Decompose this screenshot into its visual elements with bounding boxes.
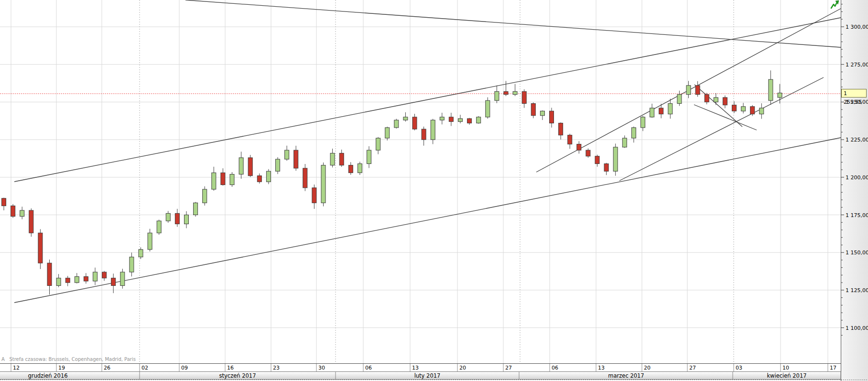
date-tick-label: 27: [689, 365, 696, 371]
month-label: styczeń 2017: [219, 372, 256, 379]
candle-down: [65, 278, 70, 283]
candle-up: [403, 117, 408, 120]
date-tick-label: 20: [644, 365, 651, 371]
candle-down: [294, 150, 298, 168]
date-tick-label: 17: [830, 365, 836, 371]
candle-down: [568, 135, 572, 144]
candle-down: [604, 163, 608, 171]
candle-down: [531, 104, 535, 116]
date-tick-label: 10: [782, 365, 789, 371]
candle-up: [157, 221, 161, 233]
candle-up: [385, 128, 390, 138]
candle-down: [248, 158, 252, 176]
candle-up: [769, 79, 773, 100]
candles-layer: [2, 70, 782, 294]
price-axis-label: 1 225,00: [846, 137, 868, 143]
candle-down: [38, 233, 43, 263]
trend-line-descending-long[interactable]: [185, 0, 841, 47]
date-tick-label: 13: [598, 365, 605, 371]
candle-up: [148, 233, 152, 250]
candle-up: [120, 272, 125, 285]
candle-up: [276, 159, 280, 171]
candle-down: [577, 144, 581, 151]
current-price-bubble: 1 255,55: [841, 89, 867, 98]
candle-up: [75, 277, 79, 283]
candle-down: [732, 105, 737, 111]
price-axis-label: 1 125,00: [846, 287, 868, 294]
candle-up: [760, 108, 764, 114]
candle-up: [376, 138, 380, 150]
price-axis-label: 1 300,00: [846, 24, 868, 30]
date-tick-label: 20: [459, 365, 466, 371]
date-tick-label: 26: [104, 365, 110, 371]
candle-down: [102, 272, 107, 278]
candle-up: [230, 174, 234, 185]
candle-up: [285, 150, 289, 159]
candle-up: [321, 165, 326, 203]
candle-up: [367, 150, 371, 163]
date-tick-label: 19: [58, 365, 65, 371]
date-tick-label: 02: [141, 365, 148, 371]
candle-up: [203, 189, 207, 203]
trend-line-channel-lower[interactable]: [14, 138, 841, 303]
candle-up: [668, 104, 673, 114]
date-tick-label: 30: [318, 365, 325, 371]
date-tick-label: 16: [227, 365, 234, 371]
month-label: luty 2017: [414, 372, 441, 379]
green-zigzag-arrow-icon[interactable]: [831, 0, 839, 8]
candle-down: [467, 119, 472, 123]
date-tick-label: 06: [365, 365, 372, 371]
date-tick-label: 06: [552, 365, 558, 371]
candle-up: [358, 163, 362, 173]
candle-up: [194, 203, 198, 215]
candle-up: [166, 213, 170, 221]
zigzag-stroke: [831, 2, 837, 8]
candle-up: [20, 210, 24, 217]
candle-down: [723, 98, 727, 105]
trend-line-steep-rising-b[interactable]: [619, 77, 824, 181]
candle-down: [47, 263, 52, 285]
candle-down: [339, 153, 344, 165]
candle-down: [11, 206, 15, 217]
candle-up: [266, 171, 271, 182]
candle-down: [257, 176, 261, 182]
month-label: grudzień 2016: [28, 372, 67, 379]
candle-up: [778, 93, 782, 98]
candle-up: [93, 272, 98, 281]
candle-up: [686, 86, 691, 95]
candle-down: [312, 188, 316, 203]
candle-down: [586, 150, 590, 156]
date-tick-label: 13: [412, 365, 419, 371]
chart-canvas[interactable]: 1 300,001 275,001 250,001 225,001 200,00…: [0, 0, 868, 381]
candle-up: [130, 257, 134, 272]
candle-down: [559, 123, 563, 135]
candle-up: [714, 98, 718, 102]
candle-up: [622, 138, 627, 147]
candle-up: [486, 100, 490, 117]
candle-down: [750, 107, 755, 114]
candle-up: [458, 119, 463, 121]
trend-line-pullback-lower[interactable]: [694, 105, 757, 130]
price-axis-label: 1 200,00: [846, 174, 868, 181]
candle-down: [550, 111, 554, 123]
price-axis-label: 1 150,00: [846, 250, 868, 256]
candle-up: [495, 91, 499, 100]
candle-down: [595, 156, 599, 164]
timezone-note: A Strefa czasowa: Brussels, Copenhagen, …: [1, 357, 136, 362]
price-axis-gutter[interactable]: [841, 0, 868, 381]
candle-down: [348, 165, 353, 173]
candle-down: [412, 117, 417, 129]
price-axis-label: 1 275,00: [846, 62, 868, 68]
candle-down: [695, 86, 700, 95]
candle-down: [221, 173, 225, 185]
candle-down: [175, 213, 179, 224]
candle-up: [631, 128, 636, 138]
candle-up: [330, 153, 335, 165]
date-tick-label: 12: [13, 365, 20, 371]
candle-up: [677, 95, 682, 104]
candle-down: [111, 278, 116, 286]
chart-panel[interactable]: 1 300,001 275,001 250,001 225,001 200,00…: [0, 0, 868, 381]
candle-up: [540, 111, 544, 115]
candle-up: [513, 91, 517, 94]
candle-down: [449, 117, 453, 121]
